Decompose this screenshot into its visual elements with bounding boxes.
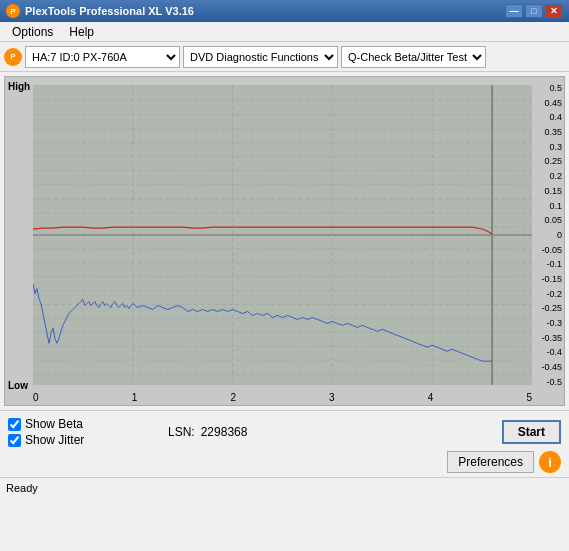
y-label-6: 0.2 xyxy=(541,171,562,181)
preferences-button[interactable]: Preferences xyxy=(447,451,534,473)
menu-bar: Options Help xyxy=(0,22,569,42)
lsn-value: 2298368 xyxy=(201,425,248,439)
show-jitter-label[interactable]: Show Jitter xyxy=(8,433,128,447)
x-label-5: 5 xyxy=(526,392,532,403)
y-label-2: 0.4 xyxy=(541,112,562,122)
status-text: Ready xyxy=(6,482,38,494)
menu-help[interactable]: Help xyxy=(61,23,102,41)
status-bar: Ready xyxy=(0,477,569,497)
title-bar: P PlexTools Professional XL V3.16 — □ ✕ xyxy=(0,0,569,22)
y-label-1: 0.45 xyxy=(541,98,562,108)
bottom-row1: Show Beta Show Jitter LSN: 2298368 Start xyxy=(8,417,561,447)
x-label-0: 0 xyxy=(33,392,39,403)
maximize-button[interactable]: □ xyxy=(525,4,543,18)
test-select[interactable]: Q-Check Beta/Jitter Test xyxy=(341,46,486,68)
toolbar: P HA:7 ID:0 PX-760A DVD Diagnostic Funct… xyxy=(0,42,569,72)
start-button[interactable]: Start xyxy=(502,420,561,444)
chart-svg xyxy=(33,85,532,385)
minimize-button[interactable]: — xyxy=(505,4,523,18)
y-label-18: -0.4 xyxy=(541,347,562,357)
checkboxes: Show Beta Show Jitter xyxy=(8,417,128,447)
show-beta-text: Show Beta xyxy=(25,417,83,431)
title-bar-left: P PlexTools Professional XL V3.16 xyxy=(6,4,194,18)
bottom-row2: Preferences i xyxy=(8,451,561,473)
x-label-4: 4 xyxy=(428,392,434,403)
y-label-12: -0.1 xyxy=(541,259,562,269)
title-controls[interactable]: — □ ✕ xyxy=(505,4,563,18)
y-label-11: -0.05 xyxy=(541,245,562,255)
x-label-2: 2 xyxy=(230,392,236,403)
close-button[interactable]: ✕ xyxy=(545,4,563,18)
chart-high-label: High xyxy=(8,81,30,92)
chart-low-label: Low xyxy=(8,380,28,391)
y-label-17: -0.35 xyxy=(541,333,562,343)
lsn-label: LSN: xyxy=(168,425,195,439)
y-label-20: -0.5 xyxy=(541,377,562,387)
show-beta-label[interactable]: Show Beta xyxy=(8,417,128,431)
y-label-10: 0 xyxy=(541,230,562,240)
chart-area: High Low xyxy=(4,76,565,406)
x-label-1: 1 xyxy=(132,392,138,403)
lsn-area: LSN: 2298368 xyxy=(168,425,247,439)
y-label-14: -0.2 xyxy=(541,289,562,299)
y-label-9: 0.05 xyxy=(541,215,562,225)
y-label-8: 0.1 xyxy=(541,201,562,211)
x-axis-labels: 0 1 2 3 4 5 xyxy=(33,392,532,403)
x-label-3: 3 xyxy=(329,392,335,403)
app-icon: P xyxy=(6,4,20,18)
y-label-3: 0.35 xyxy=(541,127,562,137)
show-jitter-checkbox[interactable] xyxy=(8,434,21,447)
function-select[interactable]: DVD Diagnostic Functions xyxy=(183,46,338,68)
y-label-0: 0.5 xyxy=(541,83,562,93)
y-axis-right: 0.5 0.45 0.4 0.35 0.3 0.25 0.2 0.15 0.1 … xyxy=(541,83,562,387)
y-label-15: -0.25 xyxy=(541,303,562,313)
chart-plot xyxy=(33,85,532,385)
y-label-16: -0.3 xyxy=(541,318,562,328)
y-label-13: -0.15 xyxy=(541,274,562,284)
y-label-4: 0.3 xyxy=(541,142,562,152)
info-button[interactable]: i xyxy=(539,451,561,473)
show-jitter-text: Show Jitter xyxy=(25,433,84,447)
y-label-7: 0.15 xyxy=(541,186,562,196)
y-label-19: -0.45 xyxy=(541,362,562,372)
drive-select[interactable]: HA:7 ID:0 PX-760A xyxy=(25,46,180,68)
show-beta-checkbox[interactable] xyxy=(8,418,21,431)
y-label-5: 0.25 xyxy=(541,156,562,166)
drive-icon: P xyxy=(4,48,22,66)
window-title: PlexTools Professional XL V3.16 xyxy=(25,5,194,17)
bottom-panel: Show Beta Show Jitter LSN: 2298368 Start… xyxy=(0,410,569,477)
menu-options[interactable]: Options xyxy=(4,23,61,41)
